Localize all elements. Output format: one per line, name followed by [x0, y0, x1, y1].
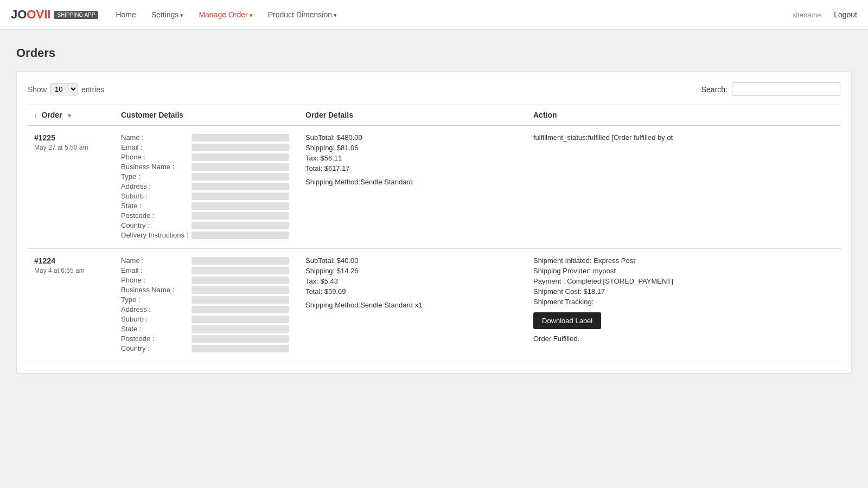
order-details-cell: SubTotal: $40.00Shipping: $14.26Tax: $5.…	[299, 249, 527, 362]
page-content: Orders Show 10 25 50 100 entries Search:	[0, 30, 868, 390]
customer-field: Delivery Instructions :	[121, 231, 292, 239]
order-detail-line: Total: $617.17	[305, 164, 520, 172]
search-area: Search:	[701, 82, 840, 96]
table-header-row: ↕ Order ▼ Customer Details Order Details…	[28, 105, 840, 126]
field-value-bar	[192, 153, 289, 161]
field-label: Name :	[121, 256, 192, 265]
entries-select[interactable]: 10 25 50 100	[50, 83, 78, 95]
order-date: May 4 at 6:55 am	[34, 267, 108, 274]
customer-field: Business Name :	[121, 163, 292, 171]
field-value-bar	[192, 212, 289, 220]
field-value-bar	[192, 335, 289, 343]
field-value-bar	[192, 222, 289, 229]
field-value-bar	[192, 306, 289, 313]
orders-card: Show 10 25 50 100 entries Search: ↕	[16, 71, 852, 374]
customer-field: Suburb :	[121, 315, 292, 323]
action-detail-line: Shipment Cost: $18.17	[533, 287, 834, 296]
order-detail-line: Tax: $56.11	[305, 154, 520, 162]
field-label: Country :	[121, 221, 192, 229]
field-label: Suburb :	[121, 192, 192, 200]
customer-details-cell: Name :Email :Phone :Business Name :Type …	[114, 249, 299, 362]
field-value-bar	[192, 232, 289, 239]
customer-field: State :	[121, 202, 292, 210]
field-label: Address :	[121, 182, 192, 190]
col-header-action: Action	[527, 105, 840, 126]
order-detail-line: Tax: $5.43	[305, 277, 520, 285]
field-value-bar	[192, 192, 289, 200]
navbar: JOOVII SHIPPING APP Home Settings Manage…	[0, 0, 868, 30]
page-title: Orders	[16, 46, 852, 60]
field-label: Suburb :	[121, 315, 192, 323]
customer-field: Name :	[121, 133, 292, 142]
order-detail-line: Shipping: $81.06	[305, 144, 520, 152]
order-number: #1225	[34, 133, 108, 142]
download-label-button[interactable]: Download Label	[533, 312, 601, 329]
field-label: Name :	[121, 133, 192, 142]
logo-highlight: OVII	[27, 8, 50, 21]
entries-label: entries	[81, 85, 104, 94]
field-value-bar	[192, 296, 289, 304]
nav-product-dimension[interactable]: Product Dimension	[261, 7, 343, 22]
action-cell: Shipment Initiated: Express PostShipping…	[527, 249, 840, 362]
customer-field: Type :	[121, 172, 292, 181]
order-detail-line: Shipping Method:Sendle Standard	[305, 178, 520, 186]
field-label: Email :	[121, 266, 192, 274]
action-detail-line: Shipping Provider: mypost	[533, 267, 834, 275]
field-label: Postcode :	[121, 211, 192, 220]
field-value-bar	[192, 286, 289, 294]
table-row: #1225 May 27 at 5:50 am Name :Email :Pho…	[28, 125, 840, 249]
customer-field: Phone :	[121, 153, 292, 161]
field-label: State :	[121, 325, 192, 333]
logout-link[interactable]: Logout	[834, 10, 857, 19]
col-header-order[interactable]: ↕ Order ▼	[28, 105, 114, 126]
customer-field: Name :	[121, 256, 292, 265]
nav-settings[interactable]: Settings	[145, 7, 190, 22]
field-value-bar	[192, 277, 289, 284]
customer-field: Country :	[121, 221, 292, 229]
sitename-label: sitename:	[793, 11, 823, 19]
order-detail-line: Shipping: $14.26	[305, 267, 520, 275]
field-label: Postcode :	[121, 335, 192, 343]
action-detail-line: Shipment Initiated: Express Post	[533, 256, 834, 265]
show-label: Show	[28, 85, 47, 94]
field-label: Address :	[121, 305, 192, 313]
search-input[interactable]	[732, 82, 840, 96]
nav-right: sitename: Logout	[793, 10, 857, 19]
field-label: Phone :	[121, 276, 192, 284]
field-value-bar	[192, 267, 289, 274]
field-value-bar	[192, 144, 289, 151]
field-value-bar	[192, 134, 289, 142]
customer-field: Email :	[121, 143, 292, 151]
order-cell: #1225 May 27 at 5:50 am	[28, 125, 114, 249]
nav-links: Home Settings Manage Order Product Dimen…	[109, 7, 792, 22]
brand: JOOVII SHIPPING APP	[11, 8, 98, 22]
col-header-customer: Customer Details	[114, 105, 299, 126]
action-detail-line: Shipment Tracking:	[533, 298, 834, 306]
action-detail-line: Payment : Completed [STORED_PAYMENT]	[533, 277, 834, 285]
field-label: Business Name :	[121, 163, 192, 171]
order-number: #1224	[34, 256, 108, 265]
col-header-order-details: Order Details	[299, 105, 527, 126]
show-entries: Show 10 25 50 100 entries	[28, 83, 104, 95]
nav-home[interactable]: Home	[109, 7, 142, 22]
field-label: State :	[121, 202, 192, 210]
customer-field: Email :	[121, 266, 292, 274]
field-value-bar	[192, 163, 289, 171]
customer-field: Postcode :	[121, 335, 292, 343]
order-detail-line: Shipping Method:Sendle Standard x1	[305, 301, 520, 309]
customer-details-cell: Name :Email :Phone :Business Name :Type …	[114, 125, 299, 249]
field-label: Delivery Instructions :	[121, 231, 192, 239]
order-date: May 27 at 5:50 am	[34, 144, 108, 151]
field-label: Type :	[121, 172, 192, 181]
customer-field: Type :	[121, 296, 292, 304]
orders-table: ↕ Order ▼ Customer Details Order Details…	[28, 105, 840, 362]
field-value-bar	[192, 257, 289, 265]
order-fulfilled-text: Order Fulfilled.	[533, 335, 834, 343]
field-value-bar	[192, 173, 289, 181]
shipping-app-badge: SHIPPING APP	[54, 11, 98, 19]
field-value-bar	[192, 202, 289, 210]
order-detail-line: Total: $59.69	[305, 287, 520, 296]
nav-manage-order[interactable]: Manage Order	[192, 7, 259, 22]
customer-field: Country :	[121, 344, 292, 352]
action-text: fulfillment_status:fulfilled [Order fulf…	[533, 133, 834, 142]
